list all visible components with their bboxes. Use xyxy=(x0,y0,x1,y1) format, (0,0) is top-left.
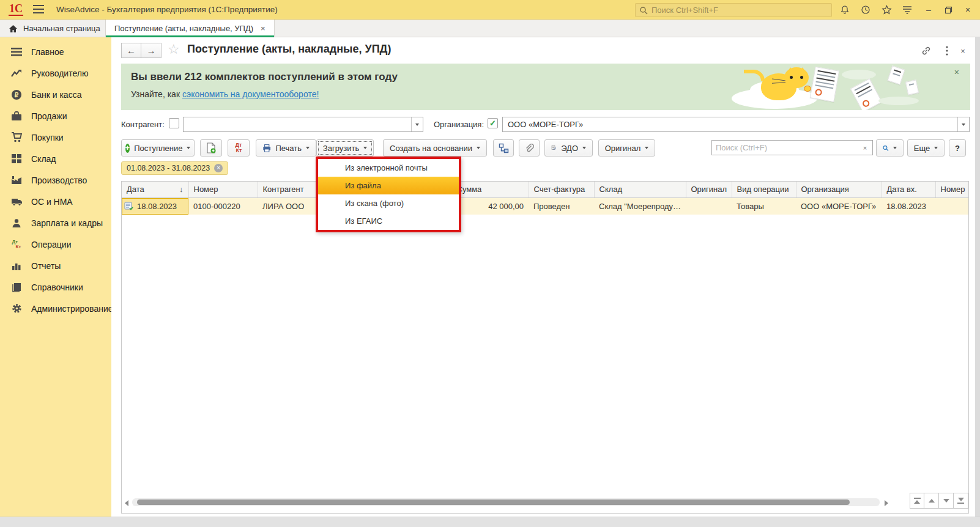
attachments-button[interactable] xyxy=(519,139,540,157)
counterparty-checkbox[interactable] xyxy=(169,118,179,128)
tab-close-icon[interactable]: × xyxy=(259,24,267,33)
chevron-down-icon xyxy=(477,147,480,149)
column-header-sum[interactable]: Сумма xyxy=(451,182,529,197)
global-search-input[interactable] xyxy=(651,6,828,15)
organization-value: ООО «МОРЕ-ТОРГ» xyxy=(503,120,957,129)
counterparty-dropdown-icon[interactable] xyxy=(411,117,423,131)
list-search[interactable] xyxy=(711,140,858,155)
sidebar-item-reports[interactable]: Отчеты xyxy=(0,255,111,276)
help-button[interactable]: ? xyxy=(949,139,966,157)
sidebar-item-label: Зарплата и кадры xyxy=(31,218,103,228)
more-label: Еще xyxy=(914,144,930,153)
go-first-row-button[interactable] xyxy=(910,493,924,509)
forward-button[interactable]: → xyxy=(141,43,161,58)
tab-receipts[interactable]: Поступление (акты, накладные, УПД) × xyxy=(105,20,275,37)
banner-close-icon[interactable]: × xyxy=(954,67,959,77)
sidebar-item-label: Производство xyxy=(31,175,87,185)
menu-item-from-file[interactable]: Из файла xyxy=(318,177,459,194)
favorites-star-icon[interactable] xyxy=(880,4,893,16)
column-header-warehouse[interactable]: Склад xyxy=(594,182,686,197)
sidebar-item-label: Продажи xyxy=(31,111,67,121)
cell-sum: 42 000,00 xyxy=(451,197,529,215)
load-button[interactable]: Загрузить xyxy=(316,139,374,157)
add-favorite-star-icon[interactable]: ☆ xyxy=(168,42,180,57)
sidebar-item-manager[interactable]: Руководителю xyxy=(0,62,111,84)
minimize-button[interactable]: – xyxy=(921,4,936,16)
sidebar-item-production[interactable]: Производство xyxy=(0,169,111,191)
column-header-operation[interactable]: Вид операции xyxy=(732,182,796,197)
organization-dropdown-icon[interactable] xyxy=(957,117,969,131)
column-header-original[interactable]: Оригинал xyxy=(686,182,732,197)
original-button[interactable]: Оригинал xyxy=(598,139,655,157)
sidebar-item-operations[interactable]: ДтКт Операции xyxy=(0,234,111,255)
column-header-date-in[interactable]: Дата вх. xyxy=(882,182,935,197)
close-window-button[interactable]: × xyxy=(960,4,975,16)
sidebar-item-label: Отчеты xyxy=(31,261,61,271)
menu-item-from-email[interactable]: Из электронной почты xyxy=(318,159,459,177)
counterparty-label: Контрагент: xyxy=(121,120,165,129)
scroll-right-icon[interactable] xyxy=(885,500,888,506)
show-postings-button[interactable]: ДтКт xyxy=(228,139,250,157)
menu-item-from-scan[interactable]: Из скана (фото) xyxy=(318,194,459,212)
sidebar-item-payroll-hr[interactable]: Зарплата и кадры xyxy=(0,212,111,234)
counterparty-combobox[interactable] xyxy=(183,117,423,132)
horizontal-scrollbar[interactable] xyxy=(132,498,880,506)
history-icon[interactable] xyxy=(859,4,872,16)
gear-icon xyxy=(10,303,23,315)
close-form-icon[interactable]: × xyxy=(956,44,970,57)
trend-arrow-icon xyxy=(10,67,23,79)
tab-home[interactable]: Начальная страница xyxy=(0,20,111,37)
table-row[interactable]: 18.08.2023 0100-000220 ЛИРА ООО 42 000,0… xyxy=(122,197,968,215)
column-header-date[interactable]: Дата↓ xyxy=(122,182,188,197)
chevron-down-icon xyxy=(187,147,190,149)
sidebar-item-fixed-assets[interactable]: ОС и НМА xyxy=(0,191,111,212)
new-receipt-button[interactable]: + Поступление xyxy=(121,139,195,157)
go-last-row-button[interactable] xyxy=(954,493,968,509)
books-icon xyxy=(10,281,23,293)
next-row-button[interactable] xyxy=(939,493,954,509)
service-menu-icon[interactable] xyxy=(900,4,914,16)
sidebar-item-sales[interactable]: Продажи xyxy=(0,105,111,127)
previous-row-button[interactable] xyxy=(924,493,939,509)
clear-search-icon[interactable]: × xyxy=(858,140,873,155)
selected-date-cell[interactable]: 18.08.2023 xyxy=(122,198,188,215)
banner-cta-link[interactable]: сэкономить на документообороте! xyxy=(182,89,319,99)
advanced-search-button[interactable] xyxy=(876,139,904,157)
create-based-on-label: Создать на основании xyxy=(390,144,472,153)
sidebar-item-bank-cash[interactable]: ₽ Банк и касса xyxy=(0,84,111,105)
organization-combobox[interactable]: ООО «МОРЕ-ТОРГ» xyxy=(502,117,970,132)
horizontal-scrollbar-thumb[interactable] xyxy=(137,499,850,505)
original-label: Оригинал xyxy=(605,144,641,153)
new-document-icon xyxy=(206,142,216,153)
more-button[interactable]: Еще xyxy=(907,139,945,157)
sidebar-item-warehouse[interactable]: Склад xyxy=(0,148,111,169)
global-search[interactable] xyxy=(635,3,832,17)
more-options-dots-icon[interactable] xyxy=(940,44,954,57)
sidebar-item-main[interactable]: Главное xyxy=(0,41,111,62)
copy-document-button[interactable] xyxy=(200,139,222,157)
scroll-left-icon[interactable] xyxy=(125,500,128,506)
organization-checkbox[interactable]: ✓ xyxy=(488,118,498,128)
row-navigation xyxy=(910,493,968,509)
main-menu-icon[interactable] xyxy=(33,5,44,13)
column-header-organization[interactable]: Организация xyxy=(796,182,882,197)
organization-label: Организация: xyxy=(434,120,484,129)
tab-receipts-label: Поступление (акты, накладные, УПД) xyxy=(114,24,253,33)
remove-period-filter-icon[interactable]: × xyxy=(214,164,223,172)
sidebar-item-administration[interactable]: Администрирование xyxy=(0,298,111,319)
restore-button[interactable] xyxy=(941,4,956,16)
get-link-icon[interactable] xyxy=(919,44,934,57)
sidebar-item-purchases[interactable]: Покупки xyxy=(0,127,111,148)
notifications-bell-icon[interactable] xyxy=(838,4,852,16)
print-button[interactable]: Печать xyxy=(256,139,316,157)
list-search-input[interactable] xyxy=(716,143,854,152)
column-header-number-in[interactable]: Номер xyxy=(935,182,968,197)
sidebar-item-directories[interactable]: Справочники xyxy=(0,276,111,298)
menu-item-from-egais[interactable]: Из ЕГАИС xyxy=(318,212,459,230)
back-button[interactable]: ← xyxy=(121,43,141,58)
edo-button[interactable]: ЭДО xyxy=(544,139,593,157)
create-based-on-button[interactable]: Создать на основании xyxy=(383,139,487,157)
column-header-number[interactable]: Номер xyxy=(188,182,258,197)
column-header-invoice[interactable]: Счет-фактура xyxy=(529,182,594,197)
related-documents-button[interactable] xyxy=(493,139,514,157)
